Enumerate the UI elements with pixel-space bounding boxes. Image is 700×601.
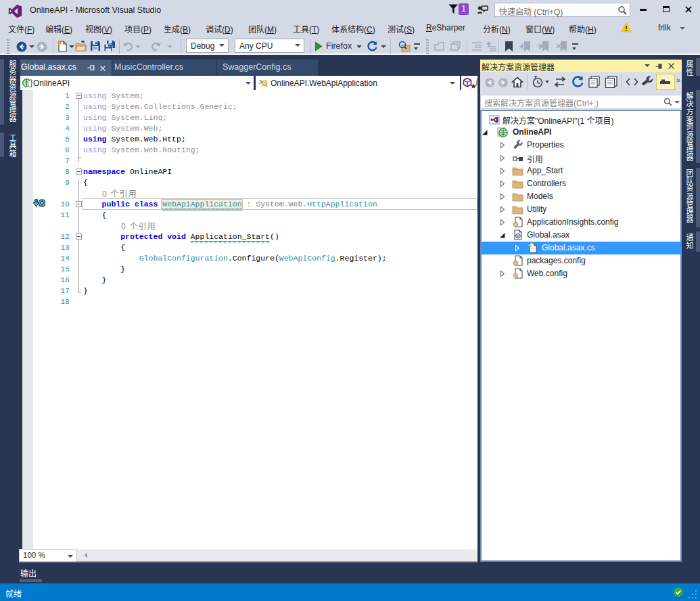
svg-text:?: ?	[487, 41, 490, 48]
